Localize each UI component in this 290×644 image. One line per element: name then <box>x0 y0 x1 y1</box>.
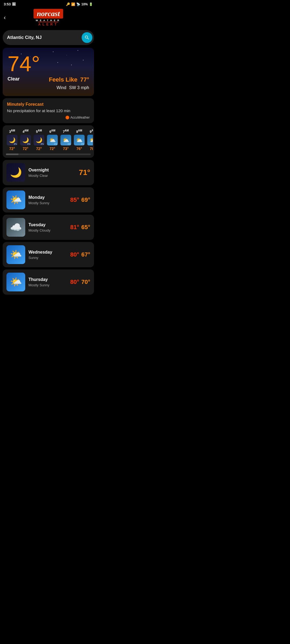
logo-norcast-text: norcast <box>37 9 60 18</box>
wind-label: Wind <box>56 85 66 90</box>
forecast-day-label: Thursday <box>28 277 67 282</box>
status-photo-icon: 🖼 <box>12 2 16 6</box>
accuweather-label: AccuWeather <box>70 116 90 119</box>
forecast-temp-high: 80° <box>70 279 79 286</box>
hour-temp: 72° <box>36 147 42 151</box>
hour-icon: 🌙2% <box>20 135 31 145</box>
hour-icon: ⛅1% <box>74 135 85 145</box>
battery-percent: 10% <box>81 2 88 6</box>
location-text: Atlantic City, NJ <box>7 35 82 40</box>
forecast-condition: Mostly Sunny <box>28 201 67 205</box>
hour-item[interactable]: 4AM 🌙2% 72° <box>19 129 32 151</box>
hour-label: 5AM <box>36 129 42 134</box>
header: ‹ norcast WEATHER ALERT <box>0 7 97 29</box>
forecast-temp-low: 70° <box>81 279 90 286</box>
hour-item[interactable]: 5AM 🌙2% 72° <box>33 129 45 151</box>
forecast-condition: Mostly Clear <box>28 174 76 178</box>
logo-weather-text: WEATHER <box>36 19 61 22</box>
hour-label: 4AM <box>23 129 28 134</box>
search-bar: Atlantic City, NJ <box>3 30 94 45</box>
forecast-temp-high: 80° <box>70 251 79 258</box>
hour-icon: ⛅1% <box>60 135 71 145</box>
forecast-temp-high: 85° <box>70 196 79 203</box>
back-button[interactable]: ‹ <box>4 14 6 21</box>
forecast-temp-low: 67° <box>81 251 90 258</box>
forecast-temps: 80° 70° <box>70 279 90 286</box>
forecast-temps: 80° 67° <box>70 251 90 258</box>
hourly-progress-bar <box>6 153 91 155</box>
feels-like-value: 77° <box>80 76 89 83</box>
hour-temp: 76° <box>76 147 82 151</box>
forecast-day-card[interactable]: 🌤️ Thursday Mostly Sunny 80° 70° <box>3 269 94 295</box>
hour-temp: 73° <box>63 147 68 151</box>
key-icon: 🔑 <box>66 2 70 6</box>
wind-info: Wind SW 3 mph <box>49 85 89 90</box>
forecast-day-card[interactable]: ☁️ Tuesday Mostly Cloudy 81° 65° <box>3 215 94 240</box>
forecast-info: Thursday Mostly Sunny <box>28 277 67 287</box>
forecast-day-label: Tuesday <box>28 222 67 227</box>
hour-label: 7AM <box>63 129 69 134</box>
wind-value: SW 3 mph <box>69 85 89 90</box>
forecast-temp-low: 65° <box>81 224 90 231</box>
minutely-card: Minutely Forecast No precipitation for a… <box>3 98 94 123</box>
hour-temp: 78° <box>90 147 93 151</box>
current-temp: 74° <box>8 53 89 75</box>
hour-item[interactable]: 6AM ⛅1% 72° <box>46 129 59 151</box>
battery-icon: 🔋 <box>89 2 93 6</box>
forecast-temp-high: 81° <box>70 224 79 231</box>
hourly-scroll[interactable]: 3AM 🌙2% 72° 4AM 🌙2% 72° 5AM 🌙2% 72° 6AM … <box>4 129 93 151</box>
weather-hero: 74° Clear Feels Like 77° Wind SW 3 mph <box>3 48 94 96</box>
hour-label: 3AM <box>9 129 15 134</box>
forecast-icon: ☁️ <box>6 218 25 237</box>
search-icon <box>84 35 90 40</box>
wifi-icon: 📶 <box>71 2 75 6</box>
hour-temp: 72° <box>23 147 28 151</box>
hour-icon: 🌙2% <box>34 135 44 145</box>
forecast-temp-low: 69° <box>81 196 90 203</box>
forecast-icon: 🌙 <box>6 163 25 182</box>
hourly-progress-fill <box>6 153 19 155</box>
hour-label: 8AM <box>76 129 82 134</box>
hour-item[interactable]: 7AM ⛅1% 73° <box>60 129 72 151</box>
forecast-day-card[interactable]: 🌙 Overnight Mostly Clear 71° <box>3 160 94 185</box>
app-logo: norcast WEATHER ALERT <box>34 9 63 26</box>
weather-details: Feels Like 77° Wind SW 3 mph <box>49 76 89 90</box>
forecast-temps: 81° 65° <box>70 224 90 231</box>
forecast-temps: 71° <box>79 168 90 177</box>
hour-icon: ⛅1% <box>47 135 58 145</box>
accuweather-dot-icon <box>66 116 69 119</box>
minutely-title: Minutely Forecast <box>7 102 90 107</box>
forecast-condition: Mostly Cloudy <box>28 228 67 232</box>
hour-item[interactable]: 8AM ⛅1% 76° <box>73 129 85 151</box>
hour-temp: 72° <box>9 147 15 151</box>
forecast-day-label: Wednesday <box>28 250 67 255</box>
hour-icon: 🌙2% <box>7 135 17 145</box>
forecast-day-label: Overnight <box>28 168 76 173</box>
forecast-condition: Sunny <box>28 256 67 260</box>
forecast-icon: 🌤️ <box>6 245 25 264</box>
forecast-icon: 🌤️ <box>6 273 25 291</box>
forecast-info: Monday Mostly Sunny <box>28 195 67 205</box>
hour-label: 9AM <box>90 129 93 134</box>
forecast-info: Wednesday Sunny <box>28 250 67 260</box>
forecast-day-card[interactable]: 🌤️ Monday Mostly Sunny 85° 69° <box>3 187 94 213</box>
minutely-description: No precipitation for at least 120 min <box>7 108 90 113</box>
hourly-card: 3AM 🌙2% 72° 4AM 🌙2% 72° 5AM 🌙2% 72° 6AM … <box>3 125 94 158</box>
hour-label: 6AM <box>49 129 55 134</box>
feels-like: Feels Like 77° <box>49 76 89 83</box>
signal-icon: 📡 <box>76 2 80 6</box>
search-button[interactable] <box>82 32 92 43</box>
hour-temp: 72° <box>49 147 55 151</box>
forecast-day-card[interactable]: 🌤️ Wednesday Sunny 80° 67° <box>3 242 94 267</box>
status-time: 3:53 <box>4 2 11 6</box>
forecast-icon: 🌤️ <box>6 191 25 209</box>
logo-alert-text: ALERT <box>38 22 58 26</box>
forecast-temps: 85° 69° <box>70 196 90 203</box>
forecast-info: Tuesday Mostly Cloudy <box>28 222 67 232</box>
forecast-day-label: Monday <box>28 195 67 200</box>
accuweather-badge: AccuWeather <box>7 116 90 119</box>
forecast-info: Overnight Mostly Clear <box>28 168 76 178</box>
hour-icon: ⛅1% <box>87 135 93 145</box>
hour-item[interactable]: 3AM 🌙2% 72° <box>6 129 18 151</box>
hour-item[interactable]: 9AM ⛅1% 78° <box>86 129 93 151</box>
